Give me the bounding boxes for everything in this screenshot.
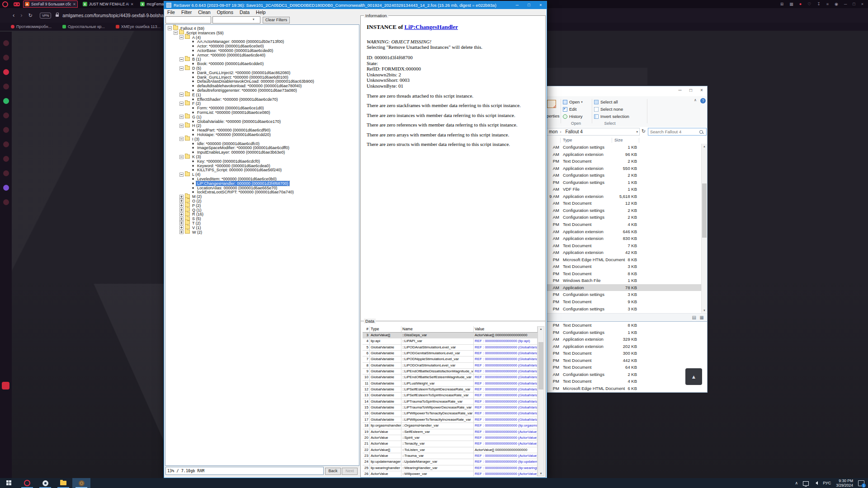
select-all-button[interactable]: Select all — [594, 99, 618, 104]
sidebar-app-icon[interactable] — [3, 127, 9, 133]
sidebar-app-icon[interactable] — [3, 55, 9, 61]
file-row[interactable]: PM Text Document 4 KB — [546, 221, 702, 228]
table-row[interactable]: 22 ActorValue[] ::ToListen_var ActorValu… — [363, 447, 538, 453]
cell-value[interactable]: REF : 0000000000000000 (GlobalVariable) — [474, 351, 538, 356]
tree-node-label[interactable]: Book: *000000 (000001d6ae6cdde0) — [196, 61, 264, 66]
column-header-value[interactable]: Value — [474, 326, 538, 332]
tree-expander-icon[interactable] — [179, 199, 184, 203]
tree-node-label[interactable]: F (2) — [191, 101, 202, 106]
tree-row[interactable]: A (4) — [165, 35, 359, 40]
tree-node-label[interactable]: Armor: *000000 (000001d6ae6cde40) — [196, 53, 266, 57]
file-row[interactable]: 9 AM Application extension 5,618 KB — [546, 193, 702, 200]
cell-value[interactable]: REF : 0000000000000000 (GlobalVariable) — [474, 363, 538, 368]
address-breadcrumb[interactable]: mon › Fallout 4 ▾ — [547, 128, 640, 136]
tree-row[interactable]: L (4) — [165, 172, 359, 177]
file-row[interactable]: PM Text Document 8 KB — [546, 322, 707, 329]
tree-node-label[interactable]: D (5) — [191, 66, 202, 70]
tree-node-label[interactable]: GlobalVariable: *000000 (000001d6ae6ce17… — [196, 119, 282, 124]
ribbon-collapse-icon[interactable]: ∧ — [694, 98, 697, 102]
file-row[interactable]: PM Configuration settings 1 KB — [546, 329, 707, 336]
menu-item[interactable]: Help — [253, 9, 269, 16]
sidebar-app-icon[interactable] — [3, 113, 9, 118]
tree-expander-icon[interactable] — [179, 208, 184, 212]
cell-value[interactable]: REF : 0000000000000000 (ActorValue) — [474, 429, 538, 435]
gx-corner-icon[interactable] — [14, 2, 20, 6]
maximize-button[interactable]: □ — [685, 86, 696, 95]
forward-icon[interactable]: › — [20, 8, 22, 23]
tree-node-label[interactable]: G (1) — [191, 115, 203, 119]
table-row[interactable]: 23 ActorValue ::Trauma_var REF : 0000000… — [363, 453, 538, 459]
cell-value[interactable]: REF : 0000000000000000 (ActorValue) — [474, 453, 538, 459]
tree-expander-icon[interactable] — [179, 102, 184, 106]
table-row[interactable]: 4 lip:api ::LiPAPI_var REF : 00000000000… — [363, 338, 538, 344]
tree-node-label[interactable]: InputEnableLayer: 000000 (000001d6ae3b63… — [196, 150, 286, 155]
tree-expander-icon[interactable] — [179, 155, 184, 159]
tree-row[interactable]: I (3) — [165, 137, 359, 141]
column-header-type[interactable]: Type — [370, 326, 401, 332]
clock[interactable]: 9:30 PM 3/29/2024 — [836, 479, 853, 488]
tree-expander-icon[interactable] — [179, 225, 184, 230]
next-button-disabled[interactable]: Next — [342, 468, 358, 475]
tree-node-label[interactable]: AA:ActorManager: 000000 (000001d50e713f0… — [196, 39, 285, 44]
maximize-button[interactable]: □ — [523, 1, 535, 9]
tree-node-label[interactable]: L (4) — [191, 172, 201, 177]
menu-item[interactable]: Data — [236, 9, 253, 16]
column-header-type[interactable]: Type — [563, 137, 572, 142]
select-none-button[interactable]: Select none — [594, 107, 623, 112]
table-row[interactable]: 8 GlobalVariable ::LiPODOralStimulationL… — [363, 363, 538, 369]
cell-value[interactable]: ActorValue[] 0000000000000000 — [474, 447, 538, 453]
back-icon[interactable]: ‹ — [13, 8, 14, 23]
tree-node-label[interactable]: defaultrefontriggerenter: *000000 (00000… — [196, 88, 298, 93]
tree-expander-icon[interactable] — [179, 203, 184, 207]
tree-expander-icon[interactable] — [174, 31, 178, 35]
table-row[interactable]: 3 ActorValue[] ::DissDeps_var ActorValue… — [363, 333, 538, 338]
view-thumbnails-icon[interactable]: ▦ — [700, 315, 704, 320]
tree-row[interactable]: Key: *000000 (000001d6ae6cdcf0) — [165, 159, 359, 164]
cell-value[interactable]: REF : 0000000000000000 (ActorValue) — [474, 471, 538, 476]
tree-expander-icon[interactable] — [179, 124, 184, 128]
bookmark-item[interactable]: Противомикробн... — [11, 24, 52, 29]
file-row[interactable]: PM Microsoft Edge HTML Document 8 KB — [546, 256, 702, 263]
open-button[interactable]: Open▾ — [563, 99, 583, 104]
file-row[interactable]: PM Configuration settings 3 KB — [546, 291, 702, 298]
file-row[interactable]: AM Application extension 830 KB — [546, 235, 702, 242]
tree-expander-icon[interactable] — [179, 115, 184, 119]
table-row[interactable]: 24 lip:updatemanager ::UpdateManager_var… — [363, 459, 538, 465]
browser-toolbar-icon[interactable]: ♡ — [807, 0, 811, 8]
tree-row[interactable]: D (5) — [165, 66, 359, 70]
tree-row[interactable]: O (2) — [165, 199, 359, 203]
browser-toolbar-icon[interactable]: ↧ — [817, 0, 821, 8]
tab-close-icon[interactable]: ✕ — [73, 2, 76, 6]
column-header-num[interactable]: # — [363, 326, 370, 332]
tree-row[interactable]: ActorBase: *000000 (000001d6ae6cded0) — [165, 48, 359, 53]
tree-node-label[interactable]: lockExtraLootSCRIPT: *000000 (000001d6ae… — [196, 190, 295, 194]
tree-expander-icon[interactable] — [179, 230, 184, 234]
cell-value[interactable]: REF : 0000000000000000 (GlobalVariable) — [474, 381, 538, 386]
tree-node-label[interactable]: K (3) — [191, 155, 202, 159]
table-scrollbar[interactable]: ▴▾ — [538, 326, 544, 476]
table-row[interactable]: 16 GlobalVariable ::LiPWillpowerToTenaci… — [363, 411, 538, 417]
tree-node-label[interactable]: Actor: *000000 (000001d6ae6ce0e0) — [196, 44, 265, 48]
tree-expander-icon[interactable] — [179, 221, 184, 225]
file-row[interactable]: PM Text Document 2 KB — [546, 158, 702, 165]
file-row[interactable]: AM Text Document 12 KB — [546, 200, 702, 207]
cell-value[interactable]: REF : 0000000000000000 (GlobalVariable) — [474, 411, 538, 416]
tree-row[interactable]: R (16) — [165, 212, 359, 216]
tree-row[interactable]: P (2) — [165, 203, 359, 208]
tree-node-label[interactable]: B (1) — [191, 57, 202, 61]
cell-value[interactable]: ActorValue[] 0000000000000000 — [474, 333, 538, 338]
cell-value[interactable]: REF : 0000000000000000 (lip:api) — [474, 338, 538, 344]
tree-node-label[interactable]: Dank_GunLLInject: *000000 (000001d6ae6d0… — [196, 75, 289, 80]
file-row[interactable]: PM Text Document 300 KB — [546, 350, 707, 357]
sidebar-app-icon[interactable] — [3, 98, 9, 104]
taskbar-explorer-button[interactable] — [54, 478, 72, 488]
tree-row[interactable]: FormList: *000000 (000001d6ae6ce080) — [165, 110, 359, 115]
cell-value[interactable]: REF : 0000000000000000 (GlobalVariable) — [474, 417, 538, 422]
cell-value[interactable]: REF : 0000000000000000 (GlobalVariable) — [474, 405, 538, 410]
address-dropdown-icon[interactable]: ▾ — [636, 130, 638, 134]
tree-node-label[interactable]: V (1) — [191, 225, 202, 230]
menu-item[interactable]: File — [164, 9, 178, 16]
cell-value[interactable]: REF : 0000000000000000 (lip:orgasmshandl… — [474, 423, 538, 428]
sidebar-app-icon[interactable] — [3, 141, 9, 147]
speaker-icon[interactable] — [814, 481, 818, 485]
